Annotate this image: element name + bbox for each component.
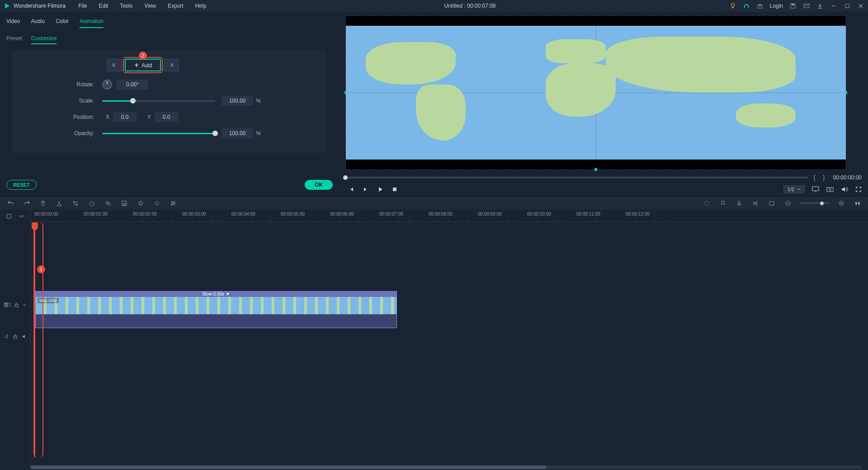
preview-timecode: 00:00:00:00 (833, 174, 862, 181)
maximize-icon[interactable] (844, 2, 851, 9)
menu-view[interactable]: View (140, 1, 160, 11)
scale-slider[interactable] (102, 100, 215, 102)
clip-effect-label[interactable]: Slow 0.50x ▼ (36, 291, 396, 297)
sync-icon[interactable] (5, 212, 13, 220)
preview-canvas[interactable] (345, 15, 846, 170)
subtab-preset[interactable]: Preset (6, 33, 22, 44)
step-forward-button[interactable] (363, 186, 369, 193)
colormatch-icon[interactable] (104, 199, 112, 207)
greenscreen-icon[interactable] (120, 199, 128, 207)
voiceover-icon[interactable] (735, 199, 743, 207)
svg-point-18 (172, 201, 173, 202)
marker-icon[interactable] (719, 199, 727, 207)
rotate-input[interactable] (117, 80, 148, 89)
lightbulb-icon[interactable] (729, 2, 736, 9)
stop-button[interactable] (392, 186, 398, 193)
mark-out-icon[interactable]: } (821, 174, 827, 181)
link-icon[interactable] (17, 212, 25, 220)
opacity-slider[interactable] (102, 133, 215, 134)
position-y-input[interactable] (155, 112, 178, 122)
redo-icon[interactable] (23, 199, 31, 207)
zoom-out-icon[interactable] (784, 199, 792, 207)
timeline-body[interactable]: 00:00:00:0000:00:01:0000:00:02:0000:00:0… (31, 210, 868, 470)
window-title: Untitled : 00:00:07:08 (444, 3, 495, 9)
thumbnail-icon[interactable] (768, 199, 776, 207)
close-icon[interactable] (857, 2, 864, 9)
svg-rect-28 (7, 214, 11, 218)
zoom-slider[interactable] (800, 202, 829, 204)
undo-icon[interactable] (6, 199, 14, 207)
timeline-scrollbar[interactable] (31, 465, 862, 469)
playhead-handle[interactable] (32, 222, 38, 230)
snapshot-icon[interactable] (826, 186, 834, 193)
mark-in-icon[interactable]: { (811, 174, 817, 181)
position-x-input[interactable] (113, 112, 137, 122)
delete-icon[interactable] (39, 199, 47, 207)
keyframe-prev-button[interactable] (107, 59, 122, 71)
download-icon[interactable] (816, 2, 824, 9)
svg-rect-23 (769, 202, 774, 205)
mail-icon[interactable] (803, 2, 810, 9)
motiontrack-icon[interactable] (137, 199, 145, 207)
timeline-scrollbar-thumb[interactable] (31, 465, 546, 469)
menu-edit[interactable]: Edit (94, 1, 113, 11)
svg-rect-27 (858, 202, 860, 205)
zoom-in-icon[interactable] (837, 199, 845, 207)
split-icon[interactable] (55, 199, 63, 207)
scale-input[interactable] (222, 96, 253, 106)
opacity-input[interactable] (222, 128, 253, 138)
play-button[interactable] (377, 186, 383, 193)
timeline-ruler[interactable]: 00:00:00:0000:00:01:0000:00:02:0000:00:0… (31, 210, 868, 222)
display-icon[interactable] (812, 186, 819, 193)
adjust-icon[interactable] (169, 199, 177, 207)
gift-icon[interactable] (756, 2, 764, 9)
menu-help[interactable]: Help (191, 1, 211, 11)
ruler-tick: 00:00:03:00 (182, 212, 206, 216)
tab-animation[interactable]: Animation (80, 15, 104, 28)
visibility-icon[interactable] (22, 302, 27, 307)
volume-icon[interactable] (841, 186, 848, 193)
step-back-button[interactable] (348, 186, 354, 193)
crop-icon[interactable] (71, 199, 80, 207)
lock-icon[interactable] (13, 334, 18, 339)
menu-file[interactable]: File (74, 1, 91, 11)
speed-icon[interactable] (88, 199, 96, 207)
keyframe-nav: 2 Add (107, 59, 314, 71)
mute-icon[interactable] (22, 334, 27, 339)
annotation-badge-2: 2 (139, 52, 147, 60)
reset-button[interactable]: RESET (6, 180, 37, 190)
track-area[interactable]: 1 Slow 0.50x ▼ Map Only (31, 222, 868, 457)
selection-handle-bottom[interactable] (594, 168, 597, 171)
scrub-thumb[interactable] (343, 175, 348, 180)
playhead[interactable] (34, 222, 35, 457)
tab-color[interactable]: Color (56, 15, 69, 28)
menubar-left: Wondershare Filmora File Edit Tools View… (4, 1, 211, 11)
ruler-tick: 00:00:02:00 (133, 212, 157, 216)
tab-video[interactable]: Video (6, 15, 20, 28)
ok-button[interactable]: OK (305, 180, 333, 190)
headset-icon[interactable] (743, 2, 750, 9)
subtab-customize[interactable]: Customize (31, 33, 57, 44)
keyframe-next-button[interactable] (164, 59, 179, 71)
login-button[interactable]: Login (770, 3, 783, 9)
quality-select[interactable]: 1/2 (783, 185, 805, 193)
prop-opacity: Opacity: % (25, 128, 314, 138)
tab-audio[interactable]: Audio (31, 15, 45, 28)
fullscreen-icon[interactable] (855, 186, 862, 193)
menu-export[interactable]: Export (163, 1, 188, 11)
keyframe-add-button[interactable]: 2 Add (125, 59, 161, 71)
keyframe-icon[interactable] (153, 199, 161, 207)
properties-panel: Video Audio Color Animation Preset Custo… (0, 12, 339, 196)
lock-icon[interactable] (14, 302, 19, 307)
save-icon[interactable] (789, 2, 797, 9)
render-icon[interactable] (703, 199, 711, 207)
audiomix-icon[interactable] (751, 199, 760, 207)
rotate-knob[interactable] (102, 80, 112, 89)
timeline-clip[interactable]: Slow 0.50x ▼ Map Only (35, 291, 397, 328)
minimize-icon[interactable] (830, 2, 837, 9)
annotation-badge-1: 1 (37, 265, 45, 273)
track-head-video: 🎬1 (0, 297, 30, 312)
zoom-fit-icon[interactable] (854, 199, 862, 207)
scrub-track[interactable] (345, 177, 808, 179)
menu-tools[interactable]: Tools (115, 1, 137, 11)
